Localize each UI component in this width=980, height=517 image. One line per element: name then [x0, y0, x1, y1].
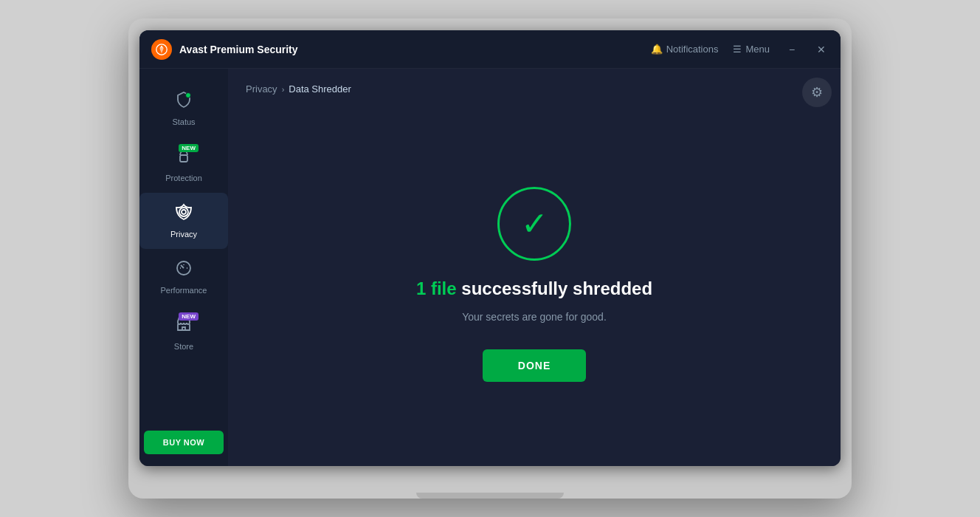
sidebar-item-performance[interactable]: Performance [139, 249, 228, 305]
title-bar: Avast Premium Security 🔔 Notifications ☰… [139, 30, 841, 69]
bell-icon: 🔔 [651, 44, 663, 55]
store-icon: NEW [175, 315, 193, 338]
breadcrumb-parent: Privacy [246, 83, 277, 95]
sidebar-item-status[interactable]: Status [139, 81, 228, 137]
menu-icon: ☰ [733, 44, 742, 55]
close-button[interactable]: ✕ [814, 42, 829, 57]
success-title: 1 file successfully shredded [416, 278, 652, 299]
sidebar-item-store[interactable]: NEW Store [139, 305, 228, 361]
main-layout: Status NEW Protection [139, 69, 841, 466]
performance-icon [175, 259, 193, 281]
app-window: Avast Premium Security 🔔 Notifications ☰… [139, 30, 841, 466]
store-label: Store [174, 342, 193, 351]
settings-button[interactable]: ⚙ [802, 78, 832, 107]
svg-rect-1 [180, 155, 187, 162]
success-count: 1 file [416, 278, 457, 298]
privacy-icon [175, 203, 193, 225]
performance-label: Performance [161, 286, 207, 295]
protection-icon: NEW [175, 147, 193, 169]
status-label: Status [172, 117, 195, 126]
sidebar-item-privacy[interactable]: Privacy [139, 193, 228, 249]
status-icon [175, 91, 193, 113]
success-subtitle: Your secrets are gone for good. [462, 311, 607, 323]
minimize-button[interactable]: − [784, 42, 799, 57]
svg-point-3 [179, 208, 188, 216]
store-new-badge: NEW [179, 312, 199, 321]
title-bar-controls: 🔔 Notifications ☰ Menu − ✕ [651, 42, 829, 57]
status-dot [185, 92, 191, 98]
success-content: ✓ 1 file successfully shredded Your secr… [228, 102, 841, 466]
breadcrumb-separator: › [282, 85, 285, 94]
protection-new-badge: NEW [179, 144, 199, 152]
success-circle: ✓ [497, 187, 571, 261]
menu-button[interactable]: ☰ Menu [733, 44, 770, 55]
buy-now-button[interactable]: BUY NOW [144, 431, 224, 454]
success-text: successfully shredded [461, 278, 652, 298]
protection-label: Protection [165, 174, 202, 182]
breadcrumb: Privacy › Data Shredder [228, 69, 841, 102]
app-title: Avast Premium Security [179, 44, 651, 55]
svg-point-2 [182, 210, 186, 214]
done-button[interactable]: DONE [483, 349, 586, 382]
app-logo [151, 39, 172, 60]
notifications-button[interactable]: 🔔 Notifications [651, 44, 719, 55]
gear-icon: ⚙ [811, 84, 823, 100]
privacy-label: Privacy [170, 230, 197, 239]
checkmark-icon: ✓ [521, 208, 548, 240]
sidebar-item-protection[interactable]: NEW Protection [139, 137, 228, 193]
breadcrumb-current: Data Shredder [289, 83, 351, 95]
sidebar: Status NEW Protection [139, 69, 228, 466]
content-area: Privacy › Data Shredder ⚙ ✓ 1 file succe… [228, 69, 841, 466]
